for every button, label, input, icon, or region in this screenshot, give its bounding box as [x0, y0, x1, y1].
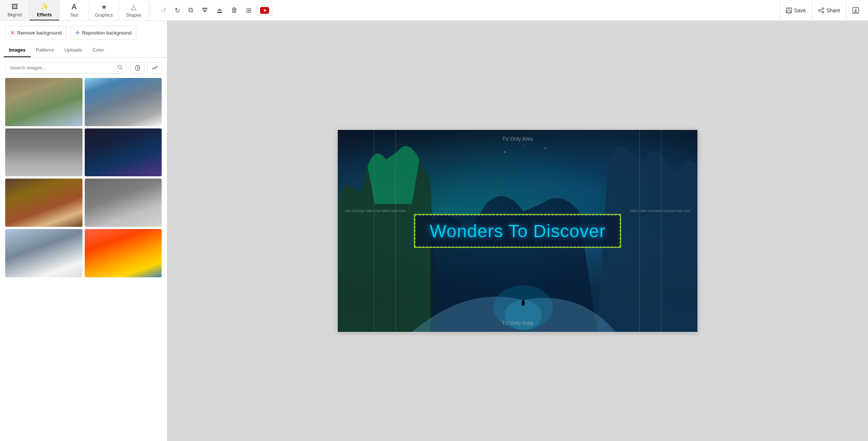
svg-line-15 [820, 11, 822, 12]
nav-tool-graphics[interactable]: ★ Graphics [89, 0, 119, 20]
zone-line-left-inner [395, 130, 396, 332]
svg-rect-32 [522, 300, 524, 305]
nav-tool-bkgrnd[interactable]: 🖼 Bkgrnd [0, 0, 30, 20]
search-input-wrapper[interactable] [5, 62, 127, 74]
image-grid [0, 78, 167, 282]
tab-color[interactable]: Color [87, 43, 109, 57]
svg-rect-3 [217, 12, 222, 13]
bg-actions: ✕ Remove background ✛ Reposition backgro… [0, 21, 167, 43]
zone-line-right-inner [639, 130, 640, 332]
remove-background-button[interactable]: ✕ Remove background [5, 26, 67, 40]
remove-bg-icon: ✕ [10, 29, 15, 36]
undo-button[interactable]: ↺ [158, 4, 169, 17]
save-label: Save [794, 7, 806, 13]
tab-uploads[interactable]: Uploads [59, 43, 87, 57]
svg-point-27 [523, 144, 524, 145]
nav-tool-effects[interactable]: ✨ Effects [30, 0, 59, 20]
move-down-icon [201, 7, 208, 14]
svg-rect-1 [202, 10, 207, 11]
list-item[interactable] [85, 229, 162, 277]
svg-point-11 [822, 8, 824, 9]
effects-icon: ✨ [41, 3, 49, 11]
svg-point-29 [545, 148, 546, 149]
canvas-wrapper[interactable]: TV Only Area TV Only Area Max Desktop Sa… [337, 130, 698, 332]
redo-button[interactable]: ↻ [172, 4, 183, 17]
canvas-area: TV Only Area TV Only Area Max Desktop Sa… [167, 21, 868, 441]
nav-tool-effects-label: Effects [37, 12, 52, 17]
nav-tool-shapes-label: Shapes [126, 13, 141, 18]
list-item[interactable] [5, 229, 82, 277]
nav-divider [150, 3, 150, 18]
svg-rect-10 [787, 11, 791, 13]
move-down-button[interactable] [198, 5, 211, 16]
svg-rect-0 [202, 8, 207, 9]
trending-icon [152, 65, 158, 71]
tab-images[interactable]: Images [4, 43, 31, 57]
nav-tool-text[interactable]: A Text [59, 0, 89, 20]
action-toolbar: ↺ ↻ ⧉ 🗑 ⊞ [152, 4, 780, 17]
svg-marker-2 [203, 11, 206, 12]
nav-tool-bkgrnd-label: Bkgrnd [7, 12, 22, 17]
grid-button[interactable]: ⊞ [243, 4, 255, 17]
svg-point-30 [560, 141, 561, 141]
list-item[interactable] [85, 78, 162, 126]
text-icon: A [71, 3, 77, 11]
svg-point-12 [819, 10, 820, 11]
right-actions: Save Share [780, 0, 868, 21]
save-button[interactable]: Save [780, 0, 812, 21]
graphics-icon: ★ [101, 3, 107, 11]
canvas-background: TV Only Area TV Only Area Max Desktop Sa… [338, 130, 697, 332]
share-label: Share [826, 7, 840, 13]
svg-line-23 [137, 68, 139, 69]
list-item[interactable] [5, 128, 82, 177]
nav-tools: 🖼 Bkgrnd ✨ Effects A Text ★ Graphics △ S… [0, 0, 149, 20]
delete-button[interactable]: 🗑 [228, 4, 241, 16]
canvas-title-text[interactable]: Wonders To Discover [430, 221, 605, 241]
trending-button[interactable] [148, 62, 162, 74]
bkgrnd-icon: 🖼 [12, 3, 18, 11]
download-icon [852, 7, 859, 14]
reposition-bg-icon: ✛ [75, 29, 80, 36]
svg-line-20 [121, 68, 123, 70]
save-icon [786, 7, 792, 13]
search-input[interactable] [10, 65, 114, 71]
share-button[interactable]: Share [812, 0, 846, 21]
youtube-button[interactable] [257, 5, 272, 16]
main-layout: ✕ Remove background ✛ Reposition backgro… [0, 21, 868, 441]
copy-button[interactable]: ⧉ [185, 4, 196, 16]
top-nav: 🖼 Bkgrnd ✨ Effects A Text ★ Graphics △ S… [0, 0, 868, 21]
nav-tool-shapes[interactable]: △ Shapes [119, 0, 149, 20]
svg-rect-4 [217, 10, 222, 11]
svg-rect-9 [787, 8, 790, 10]
svg-point-28 [534, 155, 535, 156]
search-row [0, 58, 167, 78]
move-up-button[interactable] [213, 5, 226, 16]
sort-button[interactable] [130, 62, 145, 74]
zone-line-right-outer [661, 130, 661, 332]
nav-tool-graphics-label: Graphics [95, 13, 113, 18]
move-up-icon [216, 7, 223, 14]
reposition-bg-label: Reposition background [82, 30, 132, 36]
svg-point-13 [822, 12, 824, 13]
list-item[interactable] [5, 179, 82, 227]
remove-bg-label: Remove background [17, 30, 62, 36]
svg-point-26 [504, 151, 505, 153]
tab-patterns[interactable]: Patterns [31, 43, 59, 57]
reposition-background-button[interactable]: ✛ Reposition background [70, 26, 136, 40]
zone-line-left-outer [374, 130, 374, 332]
list-item[interactable] [5, 78, 82, 126]
canvas-text-box[interactable]: Wonders To Discover [414, 214, 621, 248]
sidebar-tabs: Images Patterns Uploads Color [0, 43, 167, 58]
search-icon [117, 65, 123, 70]
nav-tool-text-label: Text [70, 13, 78, 18]
youtube-icon [260, 7, 269, 14]
svg-line-14 [820, 9, 822, 10]
list-item[interactable] [85, 179, 162, 227]
svg-marker-5 [218, 9, 221, 10]
search-icon-button[interactable] [117, 65, 123, 71]
shapes-icon: △ [131, 3, 136, 11]
list-item[interactable] [85, 128, 162, 177]
download-button[interactable] [846, 0, 865, 21]
clock-icon [135, 65, 140, 71]
share-icon [818, 7, 824, 13]
